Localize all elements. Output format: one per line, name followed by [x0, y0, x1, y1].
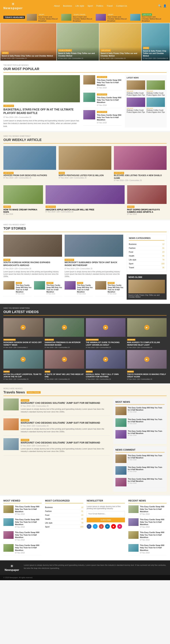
nav-about[interactable]: About — [54, 4, 60, 7]
play-button[interactable]: ▶ — [103, 357, 108, 362]
news-comment-item[interactable]: This Easy Cardio Swap Will Help You Trai… — [115, 478, 164, 488]
category-item[interactable]: Fashion 31 — [45, 509, 83, 513]
video-thumb: ▶ — [45, 318, 84, 337]
news-comment-item[interactable]: This Easy Cardio Swap Will Help You Trai… — [115, 466, 164, 476]
linkedin-icon[interactable]: in — [105, 524, 110, 529]
play-button[interactable]: ▶ — [21, 325, 26, 330]
category-item[interactable]: Food 23 — [129, 250, 164, 254]
video-tag: LIFE STYLE — [45, 339, 54, 341]
category-item[interactable]: Business 12 — [129, 242, 164, 246]
nav-travel[interactable]: Travel — [107, 4, 113, 7]
headline-item[interactable]: SPORT Sour Cream and Cheddar Melted Bisc… — [27, 13, 59, 22]
hero-title-1: Sweet & Salty Potato Chip Toffee our and… — [2, 55, 55, 57]
widget-list-item[interactable]: This Easy Cardio Swap Will Help You Trai… — [4, 506, 42, 516]
widget-list-item[interactable]: This Easy Cardio Swap Will Help You Trai… — [128, 506, 166, 516]
news-comment-item-meta: 07 Nov 2018 — [128, 470, 164, 472]
weekly-small-card[interactable]: LIFE STYLE AMAZON'S APPLE WATCH KILLER W… — [46, 185, 125, 216]
weekly-card[interactable]: LIFE STYLE BLIZZARD JOB LISTING TEASES A… — [114, 146, 166, 183]
travel-article[interactable]: FASHION MARGARET CHO DESIGNS SOLITAIRE '… — [4, 398, 110, 416]
weekly-small-card[interactable]: WORLD PAST GOPRO DROPCAM FUJI FX CAMERA … — [127, 185, 167, 216]
category-item[interactable]: Life style 78 — [129, 258, 164, 262]
list-item[interactable]: LIFE STYLE This Easy Cardio Swap Will He… — [83, 75, 121, 90]
play-button[interactable]: ▶ — [144, 325, 149, 330]
category-item[interactable]: Sport 100 — [129, 262, 164, 266]
hero-card-2[interactable]: TOUR & TRAVEL Sweet & Salty Potato Chip … — [57, 23, 99, 60]
widget-list-item[interactable]: This Easy Cardio Swap Will Help You Trai… — [4, 518, 42, 530]
headline-item[interactable]: TOUR & TRAVEL Sour Cream and Cheddar Mel… — [61, 13, 93, 22]
recent-news-widget: RECENT NEWS This Easy Cardio Swap Will H… — [128, 499, 166, 557]
sidebar-article[interactable]: ORANGE Ordinary Coffee Could Protect Aga… — [146, 98, 165, 113]
weekly-card[interactable]: FOOD NORTH PENTHOUSE LISTED FOR $1 MILLI… — [59, 146, 111, 183]
youtube-icon[interactable]: ▶ — [111, 524, 116, 529]
story-card[interactable]: BUSINESS MICROSOFT SUBSUMES OPEN TECH UN… — [65, 235, 123, 278]
sidebar-article[interactable]: ORANGE Ordinary Coffee Could Protect Aga… — [146, 80, 165, 96]
list-item[interactable]: LIFE STYLE This Easy Cardio Swap Will He… — [83, 93, 121, 108]
video-card[interactable]: ▶ SPORT ASTON VILLA BEAT LIVERPOOL TEAM … — [4, 350, 43, 380]
hero-card-3[interactable]: LIFE STYLE Sweet & Salty Potato Chip Tof… — [99, 23, 141, 60]
most-news-item[interactable]: This Easy Cardio Swap Will Help You Trai… — [115, 430, 164, 440]
play-button[interactable]: ▶ — [21, 357, 26, 362]
weekly-card[interactable]: LIFE STYLE ADVICES FROM OUR DEDICATED AU… — [4, 146, 56, 183]
category-item[interactable]: Sport 100 — [45, 525, 83, 529]
video-card[interactable]: ▶ WORLD TOKYO FASHION WEEK IS MAKING ITS… — [127, 350, 167, 380]
nav-business[interactable]: Business — [63, 4, 72, 7]
story-list-item[interactable]: SPORT This Easy Cardio Swap Will Help Yo… — [95, 281, 123, 296]
story-card[interactable]: SPORT SOUTH KOREAN HORSE RACING EXPANDS … — [4, 235, 62, 278]
most-news-item[interactable]: This Easy Cardio Swap Will Help You Trai… — [115, 407, 164, 417]
pinterest-icon[interactable]: ★ — [117, 524, 122, 529]
video-card[interactable]: ▶ GOOD MORNING THE MINIMALIST GUIDE TO P… — [86, 318, 125, 348]
main-article-title[interactable]: BASKETBALL STARS FACE OFF IN AT THE ULTI… — [4, 108, 80, 115]
googleplus-icon[interactable]: g — [99, 524, 104, 529]
category-item[interactable]: Travel 35 — [129, 266, 164, 270]
newsletter-email-input[interactable] — [87, 511, 125, 516]
video-card[interactable]: ▶ FOOD A TASTE OF WHAT WE LIKE THIS WEEK… — [45, 350, 84, 380]
nav-lifestyle[interactable]: Life style — [75, 4, 84, 7]
widget-list-item[interactable]: This Easy Cardio Swap Will Help You Trai… — [128, 518, 166, 530]
news-comment-item[interactable]: This Easy Cardio Swap Will Help You Trai… — [115, 454, 164, 464]
category-item[interactable]: Life style 78 — [45, 521, 83, 525]
weekly-small-card[interactable]: WORLD HOW TO MAKE CREAMY PAPRIKA RAPA 07… — [4, 185, 43, 216]
nav-contact[interactable]: Contact Us — [116, 4, 127, 7]
story-list-item[interactable]: FOOD This Easy Cardio Swap Will Help You… — [65, 281, 93, 296]
story-list-item[interactable]: FOOD This Easy Cardio Swap Will Help You… — [4, 281, 32, 296]
category-item[interactable]: Health 45 — [45, 517, 83, 521]
widget-list-item[interactable]: This Easy Cardio Swap Will Help You Trai… — [4, 544, 42, 555]
play-button[interactable]: ▶ — [62, 325, 67, 330]
twitter-icon[interactable]: t — [93, 524, 98, 529]
hero-tag-3: LIFE STYLE — [101, 49, 111, 52]
hero-card-1[interactable]: SPORT Sweet & Salty Potato Chip Toffee o… — [0, 23, 56, 60]
headline-item[interactable]: SPORT Sour Cream and Cheddar Melted Bisc… — [96, 13, 128, 22]
video-card[interactable]: ▶ WORLD KERALA, INDIA: THEY CALL IT OWN … — [86, 350, 125, 380]
widget-list-item[interactable]: This Easy Cardio Swap Will Help You Trai… — [4, 531, 42, 542]
play-button[interactable]: ▶ — [62, 357, 67, 362]
travel-article[interactable]: FASHION MARGARET CHO DESIGNS SOLITAIRE '… — [4, 418, 110, 436]
play-button[interactable]: ▶ — [144, 357, 149, 362]
video-card[interactable]: ▶ PHOTOGRAPHY DESIGNER FASHION SHOW AT K… — [4, 318, 43, 348]
facebook-icon[interactable]: f — [87, 524, 91, 529]
sidebar-article[interactable]: ORANGE Ordinary Coffee Could Protect Aga… — [127, 98, 145, 113]
category-item[interactable]: Health 45 — [129, 254, 164, 258]
category-item[interactable]: Business 12 — [45, 506, 83, 509]
widget-list-item[interactable]: This Easy Cardio Swap Will Help You Trai… — [128, 544, 166, 555]
video-card[interactable]: ▶ LIFE STYLE SAMANTHA FRIEDMAN IS AN INT… — [45, 318, 84, 348]
headline-item[interactable]: LIFE STYLE Sour Cream and Cheddar Melted… — [130, 13, 162, 22]
sidebar-article[interactable]: ORANGE Ordinary Coffee Could Protect Aga… — [127, 80, 145, 96]
footer-logo[interactable]: ☀ Newspaper — [4, 564, 20, 572]
most-news-item[interactable]: This Easy Cardio Swap Will Help You Trai… — [115, 418, 164, 428]
user-icon[interactable]: 👤 — [163, 4, 166, 8]
widget-list-item[interactable]: This Easy Cardio Swap Will Help You Trai… — [128, 531, 166, 542]
search-icon[interactable]: 🔍 — [158, 4, 161, 8]
play-button[interactable]: ▶ — [103, 325, 108, 330]
list-tag: LIFE STYLE — [97, 111, 107, 113]
nav-sport[interactable]: Sport — [88, 4, 93, 7]
story-list-item[interactable]: SPORT This Easy Cardio Swap Will Help Yo… — [34, 281, 62, 296]
hero-card-4[interactable]: FOOD Sweet & Salty Potato Chip Toffee ou… — [142, 23, 170, 60]
newsletter-subscribe-button[interactable]: SUBSCRIBE — [87, 518, 125, 522]
nav-politics[interactable]: Politics — [96, 4, 103, 7]
site-logo[interactable]: ☀ Newspaper — [4, 2, 23, 10]
category-item[interactable]: Food 23 — [45, 513, 83, 517]
list-item[interactable]: LIFE STYLE This Easy Cardio Swap Will He… — [83, 110, 121, 126]
video-card[interactable]: ▶ INTERIOR MAN AGREES TO COMPLETE $1,000… — [127, 318, 167, 348]
category-item[interactable]: Fashion 31 — [129, 246, 164, 250]
travel-article[interactable]: FASHION MARGARET CHO DESIGNS SOLITAIRE '… — [4, 438, 110, 456]
